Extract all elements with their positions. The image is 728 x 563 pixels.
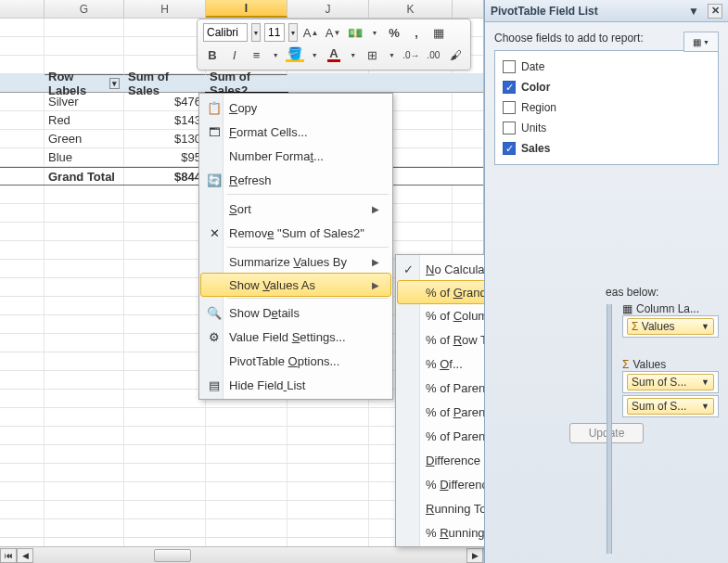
menu-item[interactable]: ⚙Value Field Settings... [201,325,390,349]
font-family-input[interactable] [203,23,248,42]
pivottable-icon[interactable]: ▦ [429,23,448,42]
cell[interactable] [287,482,369,500]
cell[interactable] [124,464,206,481]
checkbox[interactable]: ✓ [503,142,516,155]
scroll-left-start-icon[interactable]: ⏮ [0,548,17,563]
cell[interactable] [206,408,287,426]
cell[interactable] [45,37,124,55]
checkbox[interactable] [503,122,516,134]
grand-total-label[interactable]: Grand Total [45,168,124,185]
menu-item[interactable]: Sort▶ [201,197,390,221]
cell[interactable]: $130 [124,130,206,147]
cell[interactable] [287,519,369,537]
cell[interactable] [45,278,124,296]
column-header-I[interactable]: I [206,0,287,18]
cell[interactable] [206,482,287,500]
values-dropzone-1[interactable]: Sum of S...▼ [622,371,719,393]
format-painter-icon[interactable]: 🖌 [446,45,465,64]
increase-decimal-icon[interactable]: .0→ [402,45,420,64]
field-item-sales[interactable]: ✓Sales [503,138,710,159]
cell[interactable] [206,519,287,537]
cell[interactable] [124,297,206,314]
borders-dropdown-icon[interactable]: ▼ [386,45,399,64]
cell[interactable] [45,204,124,222]
scroll-right-icon[interactable]: ▶ [466,548,483,563]
font-family-dropdown-icon[interactable]: ▼ [251,23,261,42]
font-size-input[interactable] [264,23,285,42]
cell[interactable] [45,390,124,407]
cell[interactable] [45,241,124,259]
cell[interactable] [287,427,369,444]
cell[interactable] [124,371,206,389]
column-header-K[interactable]: K [369,0,453,18]
cell[interactable]: Blue [45,148,124,166]
cell[interactable] [45,427,124,444]
field-item-region[interactable]: Region [503,97,710,118]
cell[interactable] [124,519,206,537]
field-item-date[interactable]: Date [503,57,710,77]
menu-item[interactable]: Summarize Values By▶ [201,250,390,274]
scroll-track[interactable] [33,548,466,563]
menu-item[interactable]: PivotTable Options... [201,349,390,373]
cell[interactable] [124,223,206,240]
cell[interactable] [124,37,206,55]
cell[interactable] [45,315,124,333]
borders-icon[interactable]: ⊞ [364,45,382,64]
cell[interactable] [124,315,206,333]
bold-icon[interactable]: B [203,45,222,64]
cell[interactable] [124,260,206,277]
checkbox[interactable]: ✓ [503,81,516,94]
menu-item[interactable]: 🔄Refresh [201,168,390,192]
cell[interactable] [206,445,287,463]
font-color-icon[interactable]: A [325,45,343,64]
cell[interactable] [287,464,369,481]
panel-minimize-icon[interactable]: ▼ [685,5,702,18]
font-size-dropdown-icon[interactable]: ▼ [288,23,298,42]
cell[interactable] [124,427,206,444]
checkbox[interactable] [503,60,516,73]
cell[interactable]: Silver [45,93,124,110]
cell[interactable]: $476 [124,93,206,110]
menu-item[interactable]: 🔍Show Details [201,301,390,325]
menu-item[interactable]: 📋Copy [201,96,390,120]
cell[interactable] [45,297,124,314]
comma-format-icon[interactable]: , [407,23,426,42]
cell[interactable] [124,278,206,296]
cell[interactable] [287,501,369,518]
cell[interactable]: Green [45,130,124,147]
cell[interactable] [124,390,206,407]
column-header-G[interactable]: G [45,0,124,18]
pivot-row-labels-header[interactable]: Row Labels▾ [45,74,124,92]
scroll-thumb[interactable] [154,549,191,562]
values-pill[interactable]: Σ Values▼ [627,318,714,335]
accounting-format-icon[interactable]: 💵 [346,23,364,42]
font-color-dropdown-icon[interactable]: ▼ [347,45,360,64]
cell[interactable] [124,204,206,222]
fill-color-dropdown-icon[interactable]: ▼ [308,45,321,64]
cell[interactable] [45,352,124,370]
column-header-H[interactable]: H [124,0,206,18]
cell[interactable] [287,445,369,463]
field-item-color[interactable]: ✓Color [503,77,710,97]
cell[interactable] [124,501,206,518]
cell[interactable] [45,445,124,463]
column-header-J[interactable]: J [287,0,369,18]
cell[interactable] [124,19,206,36]
layout-dropdown-button[interactable]: ▦ ▼ [683,32,719,52]
menu-item[interactable]: ✕Remove "Sum of Sales2" [201,221,390,245]
cell[interactable] [45,223,124,240]
percent-format-icon[interactable]: % [385,23,403,42]
cell[interactable] [45,408,124,426]
align-dropdown-icon[interactable]: ▼ [269,45,282,64]
cell[interactable] [124,482,206,500]
center-align-icon[interactable]: ≡ [248,45,266,64]
pivot-sum-of-sales2-header[interactable]: Sum of Sales2 [206,74,287,92]
grand-total-value[interactable]: $844 [124,168,206,185]
field-item-units[interactable]: Units [503,118,710,138]
italic-icon[interactable]: I [225,45,244,64]
menu-item[interactable]: 🗔Format Cells... [201,120,390,144]
cell[interactable] [45,19,124,36]
cell[interactable] [45,501,124,518]
decrease-decimal-icon[interactable]: .00 [424,45,442,64]
cell[interactable] [45,464,124,481]
